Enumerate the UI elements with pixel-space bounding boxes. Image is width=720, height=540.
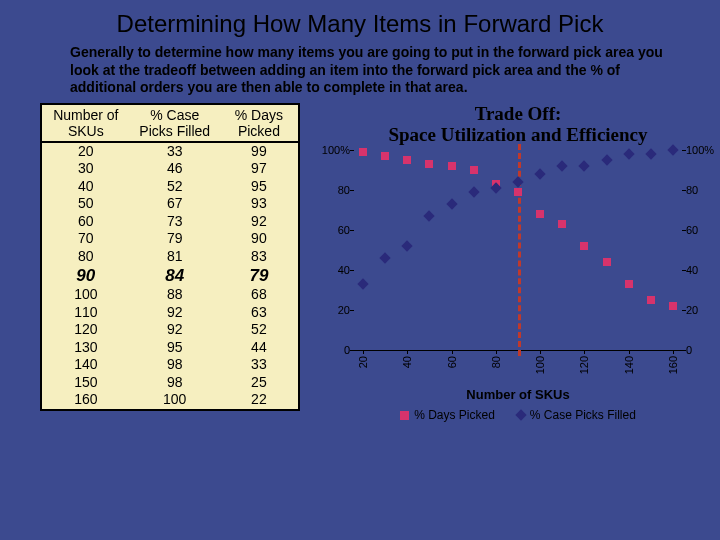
- chart-point: [470, 166, 478, 174]
- table-cell: 25: [220, 374, 299, 392]
- diamond-marker-icon: [515, 410, 526, 421]
- page-title: Determining How Many Items in Forward Pi…: [0, 0, 720, 44]
- th-dp: % Days Picked: [220, 104, 299, 142]
- chart-point: [645, 149, 656, 160]
- table-row: 506793: [41, 195, 299, 213]
- xtick: 60: [446, 356, 458, 368]
- chart-point: [424, 211, 435, 222]
- chart-point: [601, 155, 612, 166]
- table-cell: 90: [41, 265, 130, 286]
- table-cell: 98: [130, 374, 220, 392]
- table-cell: 92: [130, 304, 220, 322]
- table-row: 1409833: [41, 356, 299, 374]
- chart-point: [558, 220, 566, 228]
- table-cell: 98: [130, 356, 220, 374]
- table-cell: 22: [220, 391, 299, 410]
- table-cell: 99: [220, 142, 299, 161]
- table-cell: 93: [220, 195, 299, 213]
- table-cell: 100: [41, 286, 130, 304]
- chart-point: [512, 177, 523, 188]
- table-row: 405295: [41, 178, 299, 196]
- chart-panel: Trade Off:Space Utilization and Efficien…: [300, 103, 706, 423]
- table-cell: 67: [130, 195, 220, 213]
- legend-label: % Case Picks Filled: [530, 408, 636, 422]
- table-header-row: Number of SKUs % Case Picks Filled % Day…: [41, 104, 299, 142]
- table-cell: 79: [130, 230, 220, 248]
- xtick: 20: [357, 356, 369, 368]
- table-cell: 140: [41, 356, 130, 374]
- table-cell: 73: [130, 213, 220, 231]
- chart-point: [425, 160, 433, 168]
- table-cell: 52: [130, 178, 220, 196]
- xtick: 100: [534, 356, 546, 374]
- chart-point: [557, 161, 568, 172]
- table-cell: 68: [220, 286, 299, 304]
- chart-point: [579, 161, 590, 172]
- xtick: 80: [490, 356, 502, 368]
- table-cell: 88: [130, 286, 220, 304]
- table-cell: 30: [41, 160, 130, 178]
- table-cell: 110: [41, 304, 130, 322]
- table-row: 908479: [41, 265, 299, 286]
- legend-item-days: % Days Picked: [400, 408, 495, 422]
- chart-point: [536, 210, 544, 218]
- ytick-right: 100%: [682, 144, 714, 156]
- table-cell: 60: [41, 213, 130, 231]
- table-cell: 100: [130, 391, 220, 410]
- table-cell: 95: [220, 178, 299, 196]
- square-marker-icon: [400, 411, 409, 420]
- table-cell: 52: [220, 321, 299, 339]
- table-row: 1309544: [41, 339, 299, 357]
- chart-point: [514, 188, 522, 196]
- table-cell: 160: [41, 391, 130, 410]
- chart-point: [647, 296, 655, 304]
- table-cell: 97: [220, 160, 299, 178]
- chart-plot-area: 002020404060608080100%100%20406080100120…: [354, 150, 682, 351]
- table-cell: 130: [41, 339, 130, 357]
- chart-point: [623, 149, 634, 160]
- table-row: 203399: [41, 142, 299, 161]
- content-row: Number of SKUs % Case Picks Filled % Day…: [0, 103, 720, 423]
- table-row: 808183: [41, 248, 299, 266]
- chart-point: [667, 145, 678, 156]
- chart-point: [669, 302, 677, 310]
- table-cell: 92: [220, 213, 299, 231]
- chart-point: [446, 199, 457, 210]
- xtick: 160: [667, 356, 679, 374]
- chart-point: [381, 152, 389, 160]
- legend-label: % Days Picked: [414, 408, 495, 422]
- table-row: 1209252: [41, 321, 299, 339]
- table-cell: 33: [220, 356, 299, 374]
- sku-table: Number of SKUs % Case Picks Filled % Day…: [40, 103, 300, 411]
- table-cell: 46: [130, 160, 220, 178]
- xtick: 40: [401, 356, 413, 368]
- table-row: 304697: [41, 160, 299, 178]
- table-cell: 80: [41, 248, 130, 266]
- table-cell: 90: [220, 230, 299, 248]
- table-cell: 84: [130, 265, 220, 286]
- chart-point: [448, 162, 456, 170]
- table-row: 16010022: [41, 391, 299, 410]
- table-cell: 70: [41, 230, 130, 248]
- table-row: 1109263: [41, 304, 299, 322]
- chart-title: Trade Off:Space Utilization and Efficien…: [330, 103, 706, 147]
- table-cell: 81: [130, 248, 220, 266]
- th-sku: Number of SKUs: [41, 104, 130, 142]
- chart-legend: % Days Picked % Case Picks Filled: [330, 408, 706, 422]
- table-cell: 44: [220, 339, 299, 357]
- table-cell: 79: [220, 265, 299, 286]
- table-cell: 40: [41, 178, 130, 196]
- chart-point: [625, 280, 633, 288]
- chart-point: [534, 169, 545, 180]
- table-wrap: Number of SKUs % Case Picks Filled % Day…: [40, 103, 300, 423]
- table-cell: 63: [220, 304, 299, 322]
- table-cell: 50: [41, 195, 130, 213]
- chart-point: [468, 187, 479, 198]
- table-row: 607392: [41, 213, 299, 231]
- chart-point: [402, 241, 413, 252]
- table-cell: 150: [41, 374, 130, 392]
- chart-point: [580, 242, 588, 250]
- xtick: 140: [623, 356, 635, 374]
- th-cpf: % Case Picks Filled: [130, 104, 220, 142]
- chart-point: [379, 253, 390, 264]
